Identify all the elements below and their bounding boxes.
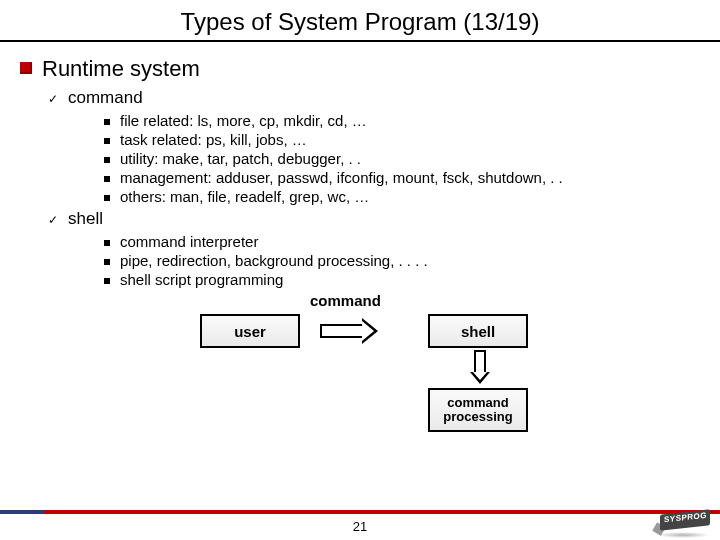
level3-text: management: adduser, passwd, ifconfig, m… [120, 169, 563, 186]
diagram-command-processing-box: command processing [428, 388, 528, 432]
square-small-bullet-icon [104, 138, 110, 144]
square-small-bullet-icon [104, 278, 110, 284]
check-bullet-icon: ✓ [48, 213, 58, 227]
bullet-level3: others: man, file, readelf, grep, wc, … [104, 188, 700, 205]
bullet-level3: task related: ps, kill, jobs, … [104, 131, 700, 148]
bullet-level3: file related: ls, more, cp, mkdir, cd, … [104, 112, 700, 129]
square-small-bullet-icon [104, 195, 110, 201]
slide-content: Runtime system ✓ command file related: l… [0, 42, 720, 432]
level3-text: command interpreter [120, 233, 258, 250]
bullet-level3: shell script programming [104, 271, 700, 288]
diagram-user-box: user [200, 314, 300, 348]
level2-text: command [68, 88, 143, 108]
page-number: 21 [0, 519, 720, 534]
level3-text: shell script programming [120, 271, 283, 288]
sysprog-logo: SYSPROG [650, 508, 716, 538]
square-bullet-icon [20, 62, 32, 74]
level3-text: task related: ps, kill, jobs, … [120, 131, 307, 148]
shell-diagram: command user shell command processing [20, 292, 700, 432]
level2-text: shell [68, 209, 103, 229]
bullet-level3: pipe, redirection, background processing… [104, 252, 700, 269]
bullet-level3: command interpreter [104, 233, 700, 250]
level3-text: others: man, file, readelf, grep, wc, … [120, 188, 369, 205]
level3-text: utility: make, tar, patch, debugger, . . [120, 150, 361, 167]
level3-text: pipe, redirection, background processing… [120, 252, 428, 269]
bullet-level3: utility: make, tar, patch, debugger, . . [104, 150, 700, 167]
square-small-bullet-icon [104, 157, 110, 163]
slide-title: Types of System Program (13/19) [181, 8, 540, 36]
square-small-bullet-icon [104, 259, 110, 265]
arrow-right-icon [320, 318, 380, 344]
bullet-level2: ✓ shell [48, 209, 700, 229]
arrow-down-icon [470, 350, 490, 386]
level3-text: file related: ls, more, cp, mkdir, cd, … [120, 112, 367, 129]
bullet-level1: Runtime system [20, 56, 700, 82]
square-small-bullet-icon [104, 240, 110, 246]
footer-divider [0, 510, 720, 514]
level1-text: Runtime system [42, 56, 200, 82]
diagram-command-label: command [310, 292, 381, 309]
bullet-level3: management: adduser, passwd, ifconfig, m… [104, 169, 700, 186]
square-small-bullet-icon [104, 119, 110, 125]
bullet-level2: ✓ command [48, 88, 700, 108]
check-bullet-icon: ✓ [48, 92, 58, 106]
diagram-shell-box: shell [428, 314, 528, 348]
square-small-bullet-icon [104, 176, 110, 182]
